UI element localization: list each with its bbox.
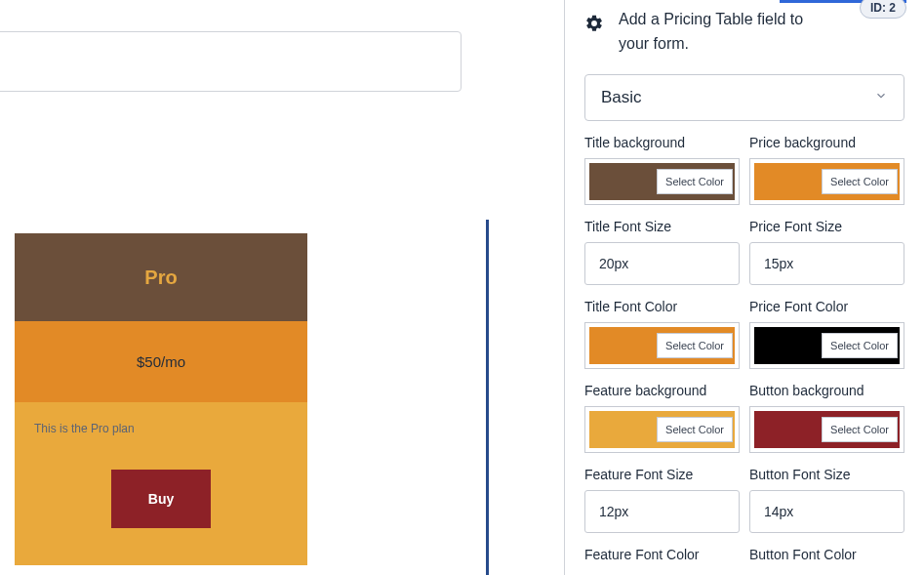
label-price-font-size: Price Font Size xyxy=(749,219,904,234)
chevron-down-icon xyxy=(874,88,888,107)
label-price-background: Price background xyxy=(749,135,904,150)
label-title-background: Title background xyxy=(584,135,740,150)
input-feature-font-size[interactable] xyxy=(584,490,740,533)
vertical-divider xyxy=(486,220,489,575)
select-color-button[interactable]: Select Color xyxy=(657,333,733,358)
label-button-font-color: Button Font Color xyxy=(749,547,904,562)
card-title: Pro xyxy=(15,233,307,321)
input-title-font-size[interactable] xyxy=(584,242,740,285)
plan-dropdown[interactable]: Basic xyxy=(584,74,904,121)
gear-icon xyxy=(584,14,604,37)
card-title-text: Pro xyxy=(144,267,177,289)
select-color-button[interactable]: Select Color xyxy=(822,333,898,358)
label-title-font-color: Title Font Color xyxy=(584,299,740,314)
select-color-button[interactable]: Select Color xyxy=(822,417,898,442)
label-price-font-color: Price Font Color xyxy=(749,299,904,314)
select-color-button[interactable]: Select Color xyxy=(657,417,733,442)
label-feature-background: Feature background xyxy=(584,383,740,398)
label-button-font-size: Button Font Size xyxy=(749,467,904,482)
swatch-button-background[interactable]: Select Color xyxy=(749,406,904,453)
id-badge: ID: 2 xyxy=(860,0,906,19)
input-button-font-size[interactable] xyxy=(749,490,904,533)
preview-text-input[interactable] xyxy=(0,31,462,92)
label-feature-font-color: Feature Font Color xyxy=(584,547,740,562)
pricing-card-pro: Pro $50/mo This is the Pro plan Buy xyxy=(15,233,307,565)
select-color-button[interactable]: Select Color xyxy=(822,169,898,194)
label-feature-font-size: Feature Font Size xyxy=(584,467,740,482)
swatch-title-font-color[interactable]: Select Color xyxy=(584,322,740,369)
swatch-price-background[interactable]: Select Color xyxy=(749,158,904,205)
swatch-price-font-color[interactable]: Select Color xyxy=(749,322,904,369)
dropdown-selected-label: Basic xyxy=(601,88,642,107)
card-feature-area: This is the Pro plan Buy xyxy=(15,402,307,565)
swatch-feature-background[interactable]: Select Color xyxy=(584,406,740,453)
buy-button[interactable]: Buy xyxy=(111,470,211,528)
settings-sidebar: ID: 2 Add a Pricing Table field to your … xyxy=(564,0,924,575)
swatch-title-background[interactable]: Select Color xyxy=(584,158,740,205)
input-price-font-size[interactable] xyxy=(749,242,904,285)
select-color-button[interactable]: Select Color xyxy=(657,169,733,194)
card-price: $50/mo xyxy=(15,321,307,402)
card-feature-text: This is the Pro plan xyxy=(34,422,135,435)
label-title-font-size: Title Font Size xyxy=(584,219,740,234)
info-row: Add a Pricing Table field to your form. xyxy=(584,8,904,57)
card-price-text: $50/mo xyxy=(137,353,185,370)
label-button-background: Button background xyxy=(749,383,904,398)
